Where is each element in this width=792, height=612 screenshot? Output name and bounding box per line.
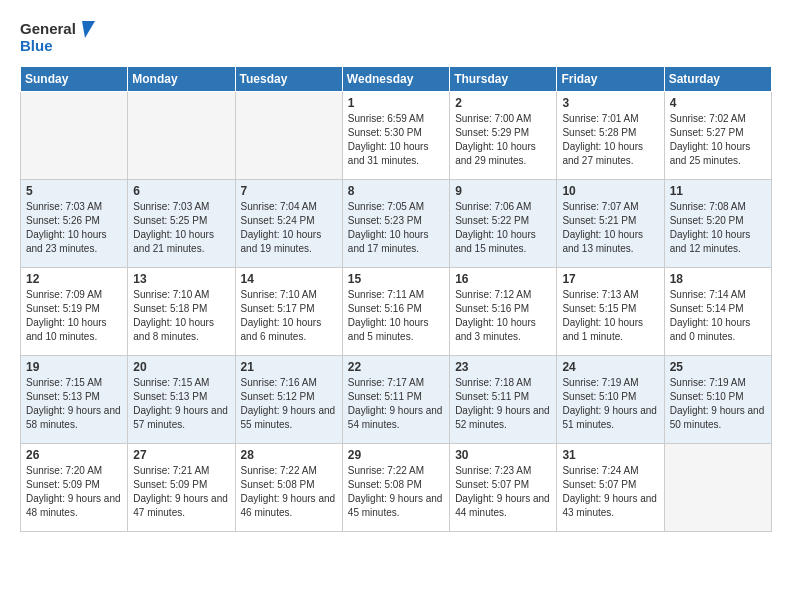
day-info: Sunrise: 7:17 AMSunset: 5:11 PMDaylight:… — [348, 376, 444, 432]
day-cell: 27Sunrise: 7:21 AMSunset: 5:09 PMDayligh… — [128, 444, 235, 532]
day-info: Sunrise: 7:10 AMSunset: 5:17 PMDaylight:… — [241, 288, 337, 344]
day-cell — [21, 92, 128, 180]
header: GeneralBlue — [20, 16, 772, 56]
day-number: 27 — [133, 448, 229, 462]
day-number: 8 — [348, 184, 444, 198]
day-cell — [128, 92, 235, 180]
day-cell: 14Sunrise: 7:10 AMSunset: 5:17 PMDayligh… — [235, 268, 342, 356]
day-cell: 24Sunrise: 7:19 AMSunset: 5:10 PMDayligh… — [557, 356, 664, 444]
day-info: Sunrise: 7:03 AMSunset: 5:26 PMDaylight:… — [26, 200, 122, 256]
day-number: 18 — [670, 272, 766, 286]
col-header-sunday: Sunday — [21, 67, 128, 92]
day-cell: 31Sunrise: 7:24 AMSunset: 5:07 PMDayligh… — [557, 444, 664, 532]
day-number: 17 — [562, 272, 658, 286]
day-cell: 9Sunrise: 7:06 AMSunset: 5:22 PMDaylight… — [450, 180, 557, 268]
day-number: 24 — [562, 360, 658, 374]
day-number: 23 — [455, 360, 551, 374]
day-number: 12 — [26, 272, 122, 286]
week-row-4: 19Sunrise: 7:15 AMSunset: 5:13 PMDayligh… — [21, 356, 772, 444]
day-cell: 17Sunrise: 7:13 AMSunset: 5:15 PMDayligh… — [557, 268, 664, 356]
day-number: 28 — [241, 448, 337, 462]
day-info: Sunrise: 7:19 AMSunset: 5:10 PMDaylight:… — [562, 376, 658, 432]
page: GeneralBlue SundayMondayTuesdayWednesday… — [0, 0, 792, 548]
day-info: Sunrise: 7:24 AMSunset: 5:07 PMDaylight:… — [562, 464, 658, 520]
day-number: 5 — [26, 184, 122, 198]
day-number: 14 — [241, 272, 337, 286]
col-header-friday: Friday — [557, 67, 664, 92]
day-info: Sunrise: 7:15 AMSunset: 5:13 PMDaylight:… — [133, 376, 229, 432]
day-cell: 8Sunrise: 7:05 AMSunset: 5:23 PMDaylight… — [342, 180, 449, 268]
svg-text:General: General — [20, 20, 76, 37]
day-info: Sunrise: 7:15 AMSunset: 5:13 PMDaylight:… — [26, 376, 122, 432]
svg-marker-2 — [82, 21, 95, 38]
day-info: Sunrise: 6:59 AMSunset: 5:30 PMDaylight:… — [348, 112, 444, 168]
day-cell: 5Sunrise: 7:03 AMSunset: 5:26 PMDaylight… — [21, 180, 128, 268]
day-info: Sunrise: 7:22 AMSunset: 5:08 PMDaylight:… — [241, 464, 337, 520]
day-info: Sunrise: 7:12 AMSunset: 5:16 PMDaylight:… — [455, 288, 551, 344]
day-cell: 18Sunrise: 7:14 AMSunset: 5:14 PMDayligh… — [664, 268, 771, 356]
day-number: 19 — [26, 360, 122, 374]
day-info: Sunrise: 7:09 AMSunset: 5:19 PMDaylight:… — [26, 288, 122, 344]
logo-svg: GeneralBlue — [20, 16, 100, 56]
day-number: 11 — [670, 184, 766, 198]
day-cell: 21Sunrise: 7:16 AMSunset: 5:12 PMDayligh… — [235, 356, 342, 444]
svg-text:Blue: Blue — [20, 37, 53, 54]
day-number: 16 — [455, 272, 551, 286]
day-info: Sunrise: 7:06 AMSunset: 5:22 PMDaylight:… — [455, 200, 551, 256]
day-cell: 19Sunrise: 7:15 AMSunset: 5:13 PMDayligh… — [21, 356, 128, 444]
day-info: Sunrise: 7:03 AMSunset: 5:25 PMDaylight:… — [133, 200, 229, 256]
day-info: Sunrise: 7:22 AMSunset: 5:08 PMDaylight:… — [348, 464, 444, 520]
day-info: Sunrise: 7:05 AMSunset: 5:23 PMDaylight:… — [348, 200, 444, 256]
day-number: 3 — [562, 96, 658, 110]
day-cell: 22Sunrise: 7:17 AMSunset: 5:11 PMDayligh… — [342, 356, 449, 444]
day-info: Sunrise: 7:21 AMSunset: 5:09 PMDaylight:… — [133, 464, 229, 520]
day-cell — [235, 92, 342, 180]
day-cell: 25Sunrise: 7:19 AMSunset: 5:10 PMDayligh… — [664, 356, 771, 444]
day-cell: 2Sunrise: 7:00 AMSunset: 5:29 PMDaylight… — [450, 92, 557, 180]
day-cell: 3Sunrise: 7:01 AMSunset: 5:28 PMDaylight… — [557, 92, 664, 180]
header-row: SundayMondayTuesdayWednesdayThursdayFrid… — [21, 67, 772, 92]
col-header-saturday: Saturday — [664, 67, 771, 92]
week-row-5: 26Sunrise: 7:20 AMSunset: 5:09 PMDayligh… — [21, 444, 772, 532]
day-info: Sunrise: 7:08 AMSunset: 5:20 PMDaylight:… — [670, 200, 766, 256]
week-row-2: 5Sunrise: 7:03 AMSunset: 5:26 PMDaylight… — [21, 180, 772, 268]
day-number: 9 — [455, 184, 551, 198]
day-cell: 13Sunrise: 7:10 AMSunset: 5:18 PMDayligh… — [128, 268, 235, 356]
col-header-wednesday: Wednesday — [342, 67, 449, 92]
day-cell: 23Sunrise: 7:18 AMSunset: 5:11 PMDayligh… — [450, 356, 557, 444]
day-number: 26 — [26, 448, 122, 462]
day-number: 4 — [670, 96, 766, 110]
day-info: Sunrise: 7:16 AMSunset: 5:12 PMDaylight:… — [241, 376, 337, 432]
day-info: Sunrise: 7:07 AMSunset: 5:21 PMDaylight:… — [562, 200, 658, 256]
day-number: 22 — [348, 360, 444, 374]
day-number: 21 — [241, 360, 337, 374]
col-header-thursday: Thursday — [450, 67, 557, 92]
day-number: 10 — [562, 184, 658, 198]
day-info: Sunrise: 7:18 AMSunset: 5:11 PMDaylight:… — [455, 376, 551, 432]
day-number: 30 — [455, 448, 551, 462]
day-number: 13 — [133, 272, 229, 286]
day-number: 1 — [348, 96, 444, 110]
day-number: 31 — [562, 448, 658, 462]
week-row-3: 12Sunrise: 7:09 AMSunset: 5:19 PMDayligh… — [21, 268, 772, 356]
day-info: Sunrise: 7:02 AMSunset: 5:27 PMDaylight:… — [670, 112, 766, 168]
col-header-monday: Monday — [128, 67, 235, 92]
day-info: Sunrise: 7:19 AMSunset: 5:10 PMDaylight:… — [670, 376, 766, 432]
day-info: Sunrise: 7:10 AMSunset: 5:18 PMDaylight:… — [133, 288, 229, 344]
col-header-tuesday: Tuesday — [235, 67, 342, 92]
day-cell: 15Sunrise: 7:11 AMSunset: 5:16 PMDayligh… — [342, 268, 449, 356]
day-cell: 10Sunrise: 7:07 AMSunset: 5:21 PMDayligh… — [557, 180, 664, 268]
day-number: 20 — [133, 360, 229, 374]
day-cell: 7Sunrise: 7:04 AMSunset: 5:24 PMDaylight… — [235, 180, 342, 268]
day-info: Sunrise: 7:20 AMSunset: 5:09 PMDaylight:… — [26, 464, 122, 520]
day-cell: 4Sunrise: 7:02 AMSunset: 5:27 PMDaylight… — [664, 92, 771, 180]
day-info: Sunrise: 7:11 AMSunset: 5:16 PMDaylight:… — [348, 288, 444, 344]
day-cell: 6Sunrise: 7:03 AMSunset: 5:25 PMDaylight… — [128, 180, 235, 268]
day-info: Sunrise: 7:04 AMSunset: 5:24 PMDaylight:… — [241, 200, 337, 256]
day-cell: 26Sunrise: 7:20 AMSunset: 5:09 PMDayligh… — [21, 444, 128, 532]
day-cell: 16Sunrise: 7:12 AMSunset: 5:16 PMDayligh… — [450, 268, 557, 356]
day-number: 7 — [241, 184, 337, 198]
day-cell — [664, 444, 771, 532]
logo: GeneralBlue — [20, 16, 100, 56]
day-number: 29 — [348, 448, 444, 462]
